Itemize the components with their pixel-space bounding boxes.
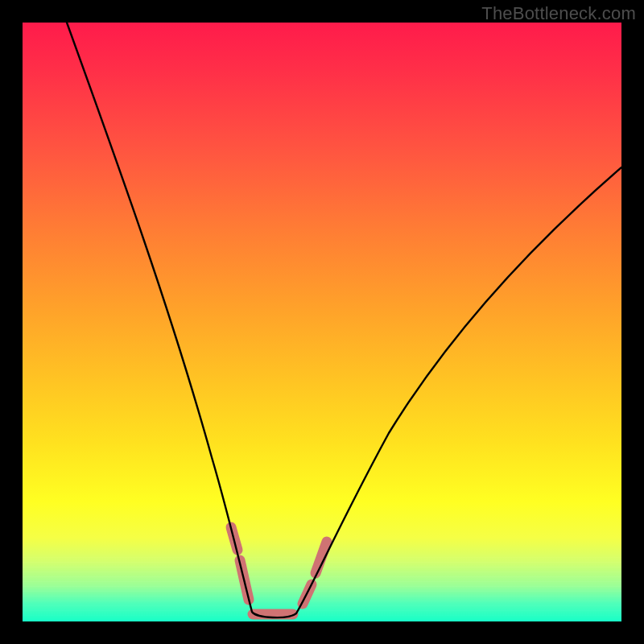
attribution-text: TheBottleneck.com bbox=[481, 3, 636, 24]
plot-area bbox=[23, 23, 621, 621]
valley-markers-group bbox=[231, 527, 327, 614]
chart-frame: TheBottleneck.com bbox=[0, 0, 644, 644]
bottleneck-curve bbox=[67, 23, 621, 617]
bottleneck-curve-svg bbox=[23, 23, 621, 621]
